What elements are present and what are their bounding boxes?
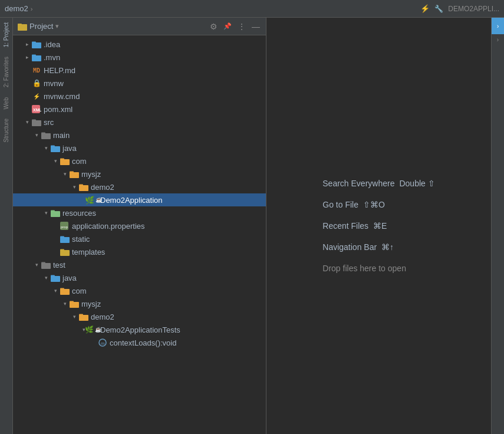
svg-rect-33 — [60, 288, 64, 290]
tree-arrow[interactable] — [70, 314, 79, 320]
item-icon-templates — [60, 247, 70, 257]
tree-item-templates[interactable]: templates — [13, 245, 266, 258]
more-icon[interactable]: ⋮ — [236, 21, 247, 32]
tree-item-java[interactable]: java — [13, 142, 266, 154]
right-arrow-icon: › — [497, 22, 499, 29]
item-label-demo2: demo2 — [91, 183, 114, 192]
tree-item-testdemo2[interactable]: demo2 — [13, 310, 266, 323]
tree-arrow[interactable] — [70, 184, 79, 190]
tree-item-resources[interactable]: resources — [13, 206, 266, 219]
folder-icon — [18, 22, 27, 31]
run-icon[interactable]: ⚡ — [420, 4, 430, 13]
svg-rect-5 — [32, 54, 36, 56]
tree-item-static[interactable]: static — [13, 232, 266, 245]
item-label-test: test — [53, 261, 65, 269]
svg-text:XML: XML — [33, 108, 41, 112]
item-icon-pomxml: XML — [32, 104, 41, 114]
tree-arrow[interactable] — [41, 145, 51, 151]
item-icon-demo2app: 🌿☕ — [88, 195, 98, 205]
tree-item-pomxml[interactable]: XMLpom.xml — [13, 103, 266, 116]
tree-arrow[interactable] — [22, 41, 32, 47]
tree-arrow[interactable] — [41, 275, 51, 281]
right-sidebar-strip: › › — [491, 18, 504, 434]
minimize-icon[interactable]: — — [251, 21, 261, 32]
tree-item-src[interactable]: src — [13, 116, 266, 129]
pin-icon[interactable]: 📌 — [222, 21, 233, 31]
tree-container[interactable]: .idea.mvnMDHELP.md🔒mvnw⚡mvnw.cmdXMLpom.x… — [13, 35, 266, 434]
tree-item-mvnw[interactable]: 🔒mvnw — [13, 77, 266, 90]
item-icon-mvnw: 🔒 — [32, 78, 41, 88]
sidebar-label-project[interactable]: 1: Project — [2, 18, 11, 52]
svg-rect-17 — [70, 171, 74, 173]
svg-text:m: m — [101, 341, 105, 346]
panel-chevron[interactable]: ▾ — [55, 22, 59, 30]
tree-arrow[interactable] — [22, 119, 32, 125]
right-tab-button[interactable]: › — [492, 18, 505, 34]
svg-rect-29 — [41, 262, 45, 264]
tree-arrow[interactable] — [22, 54, 32, 60]
item-label-demo2app: Demo2Application — [100, 196, 163, 205]
tree-item-test[interactable]: test — [13, 258, 266, 271]
item-icon-static — [60, 234, 70, 244]
drop-files-item: Drop files here to open — [322, 264, 434, 273]
item-icon-main — [41, 130, 51, 140]
item-icon-mysjz — [70, 169, 79, 179]
svg-rect-1 — [18, 24, 22, 25]
item-label-pomxml: pom.xml — [44, 105, 73, 114]
item-label-appprops: application.properties — [72, 222, 145, 231]
project-label: DEMO2APPLI... — [448, 5, 499, 13]
tree-item-testmysjz[interactable]: mysjz — [13, 297, 266, 310]
tree-arrow[interactable] — [51, 158, 60, 164]
item-icon-testcom — [60, 286, 70, 295]
tree-arrow[interactable] — [32, 262, 41, 268]
item-icon-testdemo2 — [79, 312, 88, 321]
tree-item-demo2[interactable]: demo2 — [13, 180, 266, 193]
tree-arrow[interactable] — [60, 171, 70, 177]
tree-arrow[interactable] — [60, 301, 70, 307]
tree-arrow[interactable] — [51, 288, 60, 294]
svg-rect-25 — [60, 236, 64, 238]
item-label-src: src — [44, 118, 54, 127]
item-label-static: static — [72, 235, 90, 244]
tree-item-contextloads[interactable]: mcontextLoads():void — [13, 336, 266, 349]
item-label-mysjz: mysjz — [81, 170, 101, 179]
tree-arrow[interactable] — [32, 132, 41, 138]
tree-item-demo2app[interactable]: 🌿☕Demo2Application — [13, 193, 266, 206]
item-label-idea: .idea — [44, 40, 60, 49]
item-label-demo2apptests: Demo2ApplicationTests — [100, 326, 180, 334]
editor-area: Search Everywhere Double ⇧ Go to File ⇧⌘… — [266, 18, 491, 434]
item-label-help: HELP.md — [44, 66, 75, 75]
tree-item-idea[interactable]: .idea — [13, 38, 266, 51]
item-icon-appprops: prop — [60, 221, 70, 231]
tree-item-main[interactable]: main — [13, 129, 266, 142]
right-strip-arrow[interactable]: › — [495, 34, 501, 45]
tree-item-mvnwcmd[interactable]: ⚡mvnw.cmd — [13, 90, 266, 103]
tree-item-testjava[interactable]: java — [13, 271, 266, 284]
item-icon-test — [41, 260, 51, 269]
item-label-java: java — [62, 144, 77, 153]
item-label-mvn: .mvn — [44, 53, 60, 62]
tree-item-com[interactable]: com — [13, 154, 266, 167]
welcome-content: Search Everywhere Double ⇧ Go to File ⇧⌘… — [311, 167, 446, 285]
sidebar-label-favorites[interactable]: 2: Favorites — [2, 52, 11, 92]
item-icon-java — [51, 143, 60, 153]
sidebar-label-structure[interactable]: Structure — [2, 114, 11, 147]
item-label-testdemo2: demo2 — [91, 313, 114, 321]
tree-item-help[interactable]: MDHELP.md — [13, 64, 266, 77]
item-icon-idea — [32, 40, 41, 49]
tree-item-demo2apptests[interactable]: 🌿☕Demo2ApplicationTests — [13, 323, 266, 336]
sidebar-label-web[interactable]: Web — [2, 93, 11, 114]
item-label-mvnwcmd: mvnw.cmd — [44, 92, 80, 101]
editor-main: Search Everywhere Double ⇧ Go to File ⇧⌘… — [266, 18, 491, 434]
debug-icon[interactable]: 🔧 — [434, 5, 443, 13]
svg-rect-31 — [51, 275, 55, 277]
svg-rect-3 — [32, 41, 36, 43]
tree-item-mvn[interactable]: .mvn — [13, 51, 266, 64]
gear-icon[interactable]: ⚙ — [209, 21, 219, 32]
tree-item-mysjz[interactable]: mysjz — [13, 167, 266, 180]
tree-arrow[interactable] — [41, 210, 51, 216]
item-icon-mvn — [32, 52, 41, 62]
recent-files-item: Recent Files ⌘E — [322, 221, 434, 231]
tree-item-testcom[interactable]: com — [13, 284, 266, 297]
tree-item-appprops[interactable]: propapplication.properties — [13, 219, 266, 232]
